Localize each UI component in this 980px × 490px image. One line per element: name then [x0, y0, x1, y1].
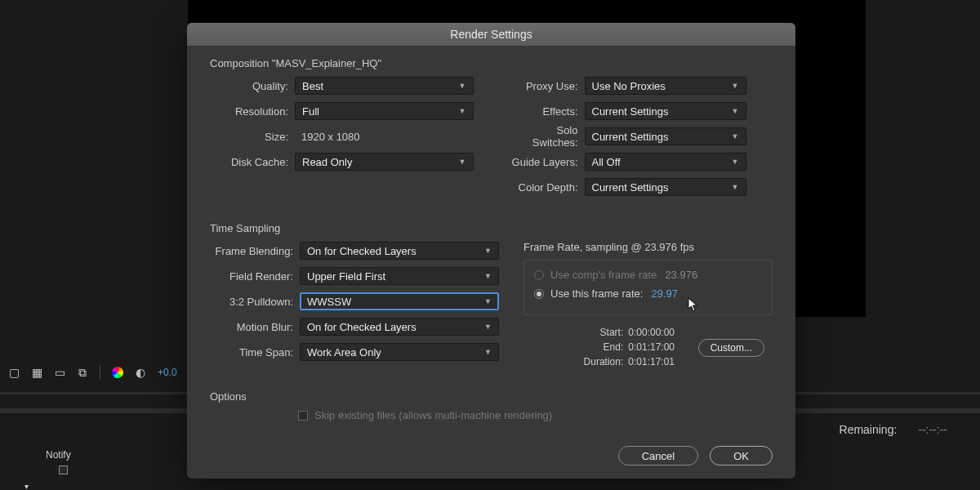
- skip-existing-checkbox: [298, 411, 308, 421]
- field-render-label: Field Render:: [210, 270, 300, 283]
- custom-time-button[interactable]: Custom...: [698, 339, 764, 357]
- expand-caret-icon[interactable]: ▾: [24, 482, 29, 490]
- frame-blending-label: Frame Blending:: [210, 245, 300, 257]
- chevron-down-icon: ▼: [459, 158, 466, 166]
- chevron-down-icon: ▼: [732, 132, 739, 140]
- motion-blur-select[interactable]: On for Checked Layers▼: [300, 318, 499, 336]
- chevron-down-icon: ▼: [484, 272, 492, 280]
- exposure-value[interactable]: +0.0: [158, 367, 177, 378]
- reset-exposure-icon[interactable]: ◐: [133, 365, 148, 380]
- chevron-down-icon: ▼: [732, 183, 739, 191]
- proxy-use-select[interactable]: Use No Proxies▼: [585, 77, 746, 95]
- chevron-down-icon: ▼: [459, 107, 466, 115]
- disk-cache-select[interactable]: Read Only▼: [295, 153, 474, 171]
- comp-frame-rate-value: 23.976: [665, 269, 697, 281]
- motion-blur-label: Motion Blur:: [210, 321, 300, 333]
- effects-label: Effects:: [510, 105, 585, 118]
- proxy-icon[interactable]: ⧉: [75, 365, 90, 380]
- ok-button[interactable]: OK: [710, 446, 773, 466]
- notify-checkbox[interactable]: [59, 466, 68, 474]
- view-icon[interactable]: ▭: [52, 365, 67, 380]
- options-heading: Options: [210, 390, 773, 403]
- remaining-label: Remaining:: [840, 423, 898, 436]
- size-label: Size:: [210, 131, 295, 143]
- notify-label: Notify: [46, 449, 71, 461]
- chevron-down-icon: ▼: [484, 297, 492, 305]
- frame-rate-header: Frame Rate, sampling @ 23.976 fps: [523, 241, 773, 253]
- time-span-select[interactable]: Work Area Only▼: [300, 343, 499, 361]
- use-this-frame-rate-radio[interactable]: Use this frame rate: 29.97: [534, 287, 762, 300]
- skip-existing-files-row: Skip existing files (allows multi-machin…: [298, 409, 773, 421]
- disk-cache-label: Disk Cache:: [210, 156, 295, 168]
- guide-layers-select[interactable]: All Off▼: [585, 153, 746, 171]
- proxy-use-label: Proxy Use:: [510, 80, 585, 92]
- chevron-down-icon: ▼: [732, 82, 739, 90]
- chevron-down-icon: ▼: [484, 247, 492, 255]
- solo-switches-select[interactable]: Current Settings▼: [585, 127, 746, 145]
- resolution-select[interactable]: Full▼: [295, 102, 474, 120]
- notify-column: Notify: [46, 449, 71, 474]
- end-time-value: 0:01:17:00: [628, 341, 675, 353]
- chevron-down-icon: ▼: [732, 158, 739, 166]
- color-wheel-icon[interactable]: [110, 365, 125, 380]
- start-time-row: Start: 0:00:00:00: [523, 327, 773, 338]
- duration-value: 0:01:17:01: [628, 356, 675, 368]
- render-remaining: Remaining: --:--:--: [840, 423, 947, 436]
- render-settings-dialog: Render Settings Composition "MASV_Explai…: [187, 23, 795, 479]
- quality-label: Quality:: [210, 80, 295, 92]
- cancel-button[interactable]: Cancel: [618, 446, 698, 466]
- frame-rate-group: Use comp's frame rate 23.976 Use this fr…: [523, 260, 773, 315]
- dialog-title: Render Settings: [187, 23, 795, 46]
- color-depth-label: Color Depth:: [510, 181, 585, 194]
- quality-select[interactable]: Best▼: [295, 77, 474, 95]
- composition-name: Composition "MASV_Explainer_HQ": [210, 57, 773, 69]
- skip-existing-label: Skip existing files (allows multi-machin…: [314, 409, 552, 421]
- frame-blending-select[interactable]: On for Checked Layers▼: [300, 242, 499, 260]
- time-span-label: Time Span:: [210, 346, 300, 359]
- effects-select[interactable]: Current Settings▼: [585, 102, 746, 120]
- pulldown-select[interactable]: WWSSW▼: [300, 292, 499, 310]
- size-value: 1920 x 1080: [295, 131, 474, 143]
- resolution-label: Resolution:: [210, 105, 295, 118]
- transparency-grid-icon[interactable]: ▦: [29, 365, 44, 380]
- remaining-value: --:--:--: [918, 423, 947, 436]
- field-render-select[interactable]: Upper Field First▼: [300, 267, 499, 285]
- toolbar-divider: [100, 365, 100, 380]
- solo-switches-label: Solo Switches:: [510, 124, 585, 149]
- chevron-down-icon: ▼: [484, 348, 492, 356]
- guide-layers-label: Guide Layers:: [510, 156, 585, 168]
- duration-row: Duration: 0:01:17:01: [523, 356, 773, 368]
- chevron-down-icon: ▼: [459, 82, 466, 90]
- pulldown-label: 3:2 Pulldown:: [210, 296, 300, 308]
- end-time-row: End: 0:01:17:00 Custom...: [523, 341, 773, 353]
- region-icon[interactable]: ▢: [7, 365, 21, 380]
- time-sampling-heading: Time Sampling: [210, 222, 773, 234]
- color-depth-select[interactable]: Current Settings▼: [585, 178, 746, 196]
- radio-icon: [534, 289, 544, 299]
- custom-frame-rate-value[interactable]: 29.97: [651, 287, 678, 300]
- chevron-down-icon: ▼: [732, 107, 739, 115]
- chevron-down-icon: ▼: [484, 323, 492, 331]
- start-time-value: 0:00:00:00: [628, 327, 675, 338]
- use-comp-frame-rate-radio[interactable]: Use comp's frame rate 23.976: [534, 269, 762, 281]
- radio-icon: [534, 270, 544, 280]
